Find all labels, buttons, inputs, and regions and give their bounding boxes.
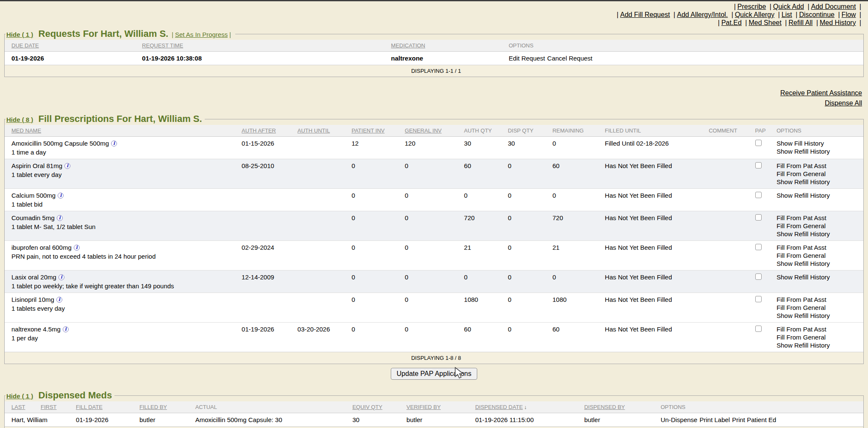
col-header-filled-by[interactable]: FILLED BY	[137, 401, 193, 413]
comment	[706, 293, 752, 323]
pap-checkbox[interactable]	[755, 244, 762, 250]
col-header-dispensed-by[interactable]: DISPENSED BY	[581, 401, 658, 413]
show-fill-history-link[interactable]: Show Fill History	[776, 140, 824, 147]
receive-patient-assistance-link[interactable]: Receive Patient Assistance	[6, 88, 862, 98]
dispense-all-link[interactable]: Dispense All	[6, 98, 862, 108]
col-header-last[interactable]: LAST	[5, 401, 38, 413]
pipe-separator: |	[860, 19, 861, 26]
nav-link-refill-all[interactable]: Refill All	[789, 19, 813, 26]
nav-link-add-document[interactable]: Add Document	[811, 3, 856, 10]
request-due-date: 01-19-2026	[5, 52, 139, 65]
pap-checkbox[interactable]	[755, 162, 762, 168]
show-refill-history-link[interactable]: Show Refill History	[776, 178, 830, 185]
med-name: Aspirin Oral 81mg	[11, 162, 62, 169]
auth-until	[295, 271, 349, 293]
nav-link-add-fill-request[interactable]: Add Fill Request	[620, 11, 670, 18]
set-as-in-progress-link[interactable]: Set As In Progress	[175, 31, 228, 38]
nav-link-med-sheet[interactable]: Med Sheet	[749, 19, 782, 26]
show-refill-history-link[interactable]: Show Refill History	[776, 312, 830, 319]
info-icon[interactable]: i	[56, 297, 62, 303]
fill-from-pat-asst-link[interactable]: Fill From Pat Asst	[776, 162, 826, 169]
nav-link-quick-allergy[interactable]: Quick Allergy	[735, 11, 774, 18]
col-header-verified-by[interactable]: VERIFIED BY	[404, 401, 473, 413]
print-label-link[interactable]: Print Label	[699, 416, 730, 423]
disp-qty: 30	[505, 137, 550, 159]
pipe-separator: |	[770, 3, 771, 10]
fills-hide-link[interactable]: Hide ( 8 )	[6, 116, 33, 123]
pap-checkbox[interactable]	[755, 326, 762, 332]
col-header-auth-after[interactable]: AUTH AFTER	[239, 125, 295, 137]
nav-link-add-allergy-intol[interactable]: Add Allergy/Intol.	[677, 11, 728, 18]
col-header-pap: PAP	[753, 125, 774, 137]
info-icon[interactable]: i	[63, 326, 69, 332]
info-icon[interactable]: i	[111, 141, 117, 146]
col-header-medication[interactable]: MEDICATION	[389, 40, 506, 52]
dispensed-hide-link[interactable]: Hide ( 1 )	[6, 392, 33, 400]
fill-from-pat-asst-link[interactable]: Fill From Pat Asst	[776, 326, 826, 333]
un-dispense-link[interactable]: Un-Dispense	[661, 416, 698, 423]
info-icon[interactable]: i	[58, 274, 64, 280]
auth-until	[295, 137, 349, 159]
auth-after: 12-14-2009	[239, 271, 295, 293]
print-patient-ed-link[interactable]: Print Patient Ed	[732, 416, 776, 423]
fill-from-pat-asst-link[interactable]: Fill From Pat Asst	[776, 244, 826, 251]
nav-link-med-history[interactable]: Med History	[820, 19, 856, 26]
pap-checkbox[interactable]	[755, 273, 762, 280]
nav-link-flow[interactable]: Flow	[842, 11, 856, 18]
fill-from-pat-asst-link[interactable]: Fill From Pat Asst	[776, 296, 826, 303]
col-header-auth-until[interactable]: AUTH UNTIL	[295, 125, 349, 137]
info-icon[interactable]: i	[58, 193, 64, 199]
fill-from-general-link[interactable]: Fill From General	[776, 222, 826, 229]
pap-checkbox[interactable]	[755, 140, 762, 146]
col-header-equiv-qty[interactable]: EQUIV QTY	[350, 401, 404, 413]
fill-from-general-link[interactable]: Fill From General	[776, 170, 826, 177]
pap-checkbox[interactable]	[755, 296, 762, 302]
col-header-med-name[interactable]: MED NAME	[5, 125, 239, 137]
col-header-due-date[interactable]: DUE DATE	[5, 40, 139, 52]
info-icon[interactable]: i	[64, 163, 70, 169]
show-refill-history-link[interactable]: Show Refill History	[776, 148, 830, 155]
requests-table: DUE DATE REQUEST TIME MEDICATION OPTIONS…	[5, 40, 863, 77]
auth-until	[295, 189, 349, 211]
fill-from-pat-asst-link[interactable]: Fill From Pat Asst	[776, 214, 826, 221]
med-cell: ibuprofen oral 600mgi PRN pain, not to e…	[5, 241, 239, 271]
show-refill-history-link[interactable]: Show Refill History	[776, 273, 830, 281]
show-refill-history-link[interactable]: Show Refill History	[776, 230, 830, 237]
fill-from-general-link[interactable]: Fill From General	[776, 252, 826, 259]
col-header-patient-inv[interactable]: PATIENT INV	[349, 125, 402, 137]
nav-link-list[interactable]: List	[782, 11, 792, 18]
pap-checkbox[interactable]	[755, 192, 762, 198]
pipe-separator: |	[816, 19, 818, 26]
fill-prescriptions-section: Hide ( 8 ) Fill Prescriptions For Hart, …	[4, 113, 864, 364]
col-header-fill-date[interactable]: FILL DATE	[73, 401, 137, 413]
fill-from-general-link[interactable]: Fill From General	[776, 304, 826, 311]
info-icon[interactable]: i	[74, 245, 80, 251]
col-header-actual: ACTUAL	[193, 401, 350, 413]
col-header-remaining: REMAINING	[550, 125, 602, 137]
col-header-first[interactable]: FIRST	[38, 401, 73, 413]
pap-cell	[753, 211, 774, 241]
filled-until: Has Not Yet Been Filled	[602, 189, 706, 211]
col-header-request-time[interactable]: REQUEST TIME	[139, 40, 389, 52]
info-icon[interactable]: i	[57, 215, 63, 221]
nav-link-prescribe[interactable]: Prescribe	[737, 3, 766, 10]
pap-checkbox[interactable]	[755, 214, 762, 221]
show-refill-history-link[interactable]: Show Refill History	[776, 260, 830, 267]
edit-request-link[interactable]: Edit Request	[509, 55, 545, 62]
nav-link-pat-ed[interactable]: Pat.Ed	[721, 19, 742, 26]
show-refill-history-link[interactable]: Show Refill History	[776, 192, 830, 199]
col-header-general-inv[interactable]: GENERAL INV	[402, 125, 462, 137]
options-cell: Fill From Pat Asst Fill From General Sho…	[774, 159, 863, 189]
med-name: Calcium 500mg	[11, 192, 56, 199]
show-refill-history-link[interactable]: Show Refill History	[776, 342, 830, 349]
nav-row-1: |Prescribe |Quick Add |Add Document |	[5, 3, 863, 11]
col-header-dispensed-date[interactable]: DISPENSED DATE↓	[473, 401, 581, 413]
auth-qty: 0	[462, 189, 505, 211]
requests-hide-link[interactable]: Hide ( 1 )	[6, 31, 33, 38]
comment	[706, 137, 752, 159]
nav-link-discontinue[interactable]: Discontinue	[799, 11, 835, 18]
options-cell: Fill From Pat Asst Fill From General Sho…	[774, 211, 863, 241]
cancel-request-link[interactable]: Cancel Request	[547, 55, 593, 62]
fill-from-general-link[interactable]: Fill From General	[776, 334, 826, 341]
nav-link-quick-add[interactable]: Quick Add	[773, 3, 804, 10]
